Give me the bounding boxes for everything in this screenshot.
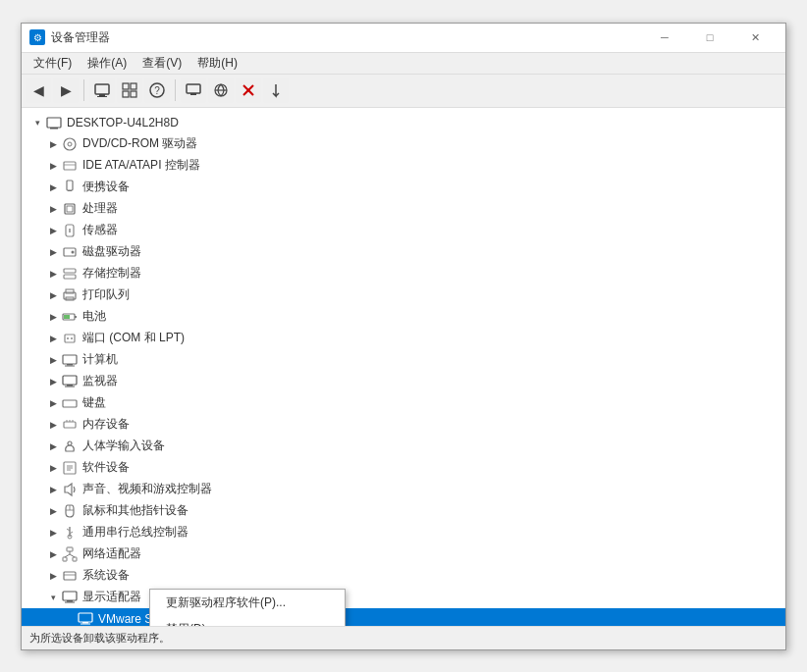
toolbar-back[interactable]: ◀: [26, 78, 51, 103]
tree-item-keyboard[interactable]: ▶ 键盘: [22, 392, 785, 414]
tree-item-system[interactable]: ▶ 系统设备: [22, 565, 785, 587]
help-icon: ?: [149, 82, 165, 98]
tree-item-computer[interactable]: ▶ 计算机: [22, 349, 785, 371]
expand-display[interactable]: ▾: [45, 590, 61, 605]
tree-root[interactable]: ▾ DESKTOP-U4L2H8D: [22, 112, 785, 133]
close-button[interactable]: ✕: [732, 23, 778, 52]
expand-usb[interactable]: ▶: [45, 525, 61, 541]
expand-print[interactable]: ▶: [45, 287, 61, 303]
expand-memory[interactable]: ▶: [45, 417, 61, 433]
portable-label: 便携设备: [82, 179, 130, 195]
toolbar-help[interactable]: ?: [144, 78, 170, 103]
svg-rect-19: [64, 162, 76, 170]
tree-item-cpu[interactable]: ▶ 处理器: [22, 198, 785, 220]
toolbar-delete[interactable]: [236, 78, 261, 103]
menu-help[interactable]: 帮助(H): [189, 53, 245, 74]
toolbar-forward[interactable]: ▶: [53, 78, 79, 103]
expand-cpu[interactable]: ▶: [45, 201, 61, 217]
expand-computer[interactable]: ▶: [45, 352, 61, 368]
svg-point-28: [72, 250, 75, 253]
expand-mouse[interactable]: ▶: [45, 503, 61, 519]
svg-rect-77: [79, 613, 92, 622]
svg-rect-46: [63, 400, 77, 407]
tree-item-portable[interactable]: ▶ 便携设备: [22, 177, 785, 198]
expand-sensor[interactable]: ▶: [45, 223, 61, 238]
tree-item-sensor[interactable]: ▶ 传感器: [22, 220, 785, 241]
svg-rect-68: [73, 557, 77, 561]
expand-battery[interactable]: ▶: [45, 309, 61, 325]
svg-text:?: ?: [154, 85, 160, 96]
tree-item-battery[interactable]: ▶ 电池: [22, 306, 785, 328]
expand-hid[interactable]: ▶: [45, 439, 61, 454]
svg-rect-6: [131, 91, 136, 97]
tree-item-ide[interactable]: ▶ IDE ATA/ATAPI 控制器: [22, 155, 785, 177]
expand-dvd[interactable]: ▶: [45, 136, 61, 152]
svg-rect-0: [95, 84, 109, 94]
expand-root[interactable]: ▾: [29, 115, 45, 130]
expand-software[interactable]: ▶: [45, 460, 61, 476]
ctx-disable[interactable]: 禁用(D): [150, 616, 345, 626]
svg-line-71: [70, 554, 75, 557]
svg-rect-42: [65, 365, 75, 366]
expand-storage[interactable]: ▶: [45, 266, 61, 282]
expand-audio[interactable]: ▶: [45, 482, 61, 497]
svg-rect-15: [47, 118, 61, 128]
software-label: 软件设备: [82, 459, 130, 476]
system-icon: [61, 567, 79, 585]
svg-rect-66: [67, 547, 73, 551]
minimize-button[interactable]: ─: [642, 23, 687, 52]
tree-item-monitor[interactable]: ▶ 监视器: [22, 371, 785, 392]
maximize-button[interactable]: □: [687, 23, 732, 52]
expand-portable[interactable]: ▶: [45, 180, 61, 195]
menu-file[interactable]: 文件(F): [26, 53, 80, 74]
tree-item-hid[interactable]: ▶ 人体学输入设备: [22, 436, 785, 457]
menu-action[interactable]: 操作(A): [80, 53, 134, 74]
tree-item-dvd[interactable]: ▶ DVD/CD-ROM 驱动器: [22, 133, 785, 155]
toolbar-monitor[interactable]: [181, 78, 206, 103]
network-label: 网络适配器: [82, 545, 141, 562]
toolbar-network[interactable]: [208, 78, 234, 103]
expand-network[interactable]: ▶: [45, 546, 61, 562]
status-bar: 为所选设备卸载该驱动程序。: [22, 626, 785, 649]
expand-monitor[interactable]: ▶: [45, 374, 61, 389]
computer-tree-icon: [61, 351, 79, 369]
ctx-update[interactable]: 更新驱动程序软件(P)...: [150, 590, 345, 616]
svg-point-18: [68, 142, 72, 146]
svg-rect-72: [64, 572, 76, 580]
tree-item-display[interactable]: ▾ 显示适配器: [22, 587, 785, 608]
expand-ide[interactable]: ▶: [45, 158, 61, 174]
context-menu: 更新驱动程序软件(P)... 禁用(D) 卸载(U) 扫描检测硬件改动(A) 属…: [149, 589, 346, 626]
audio-icon: [61, 481, 79, 498]
tree-item-software[interactable]: ▶ 软件设备: [22, 457, 785, 479]
expand-port[interactable]: ▶: [45, 331, 61, 346]
tree-item-print[interactable]: ▶ 打印队列: [22, 284, 785, 306]
svg-point-17: [64, 138, 76, 150]
ide-label: IDE ATA/ATAPI 控制器: [82, 157, 200, 174]
menu-view[interactable]: 查看(V): [134, 53, 189, 74]
show-all-icon: [122, 82, 137, 98]
toolbar-refresh[interactable]: [263, 78, 289, 103]
toolbar-show-all[interactable]: [117, 78, 142, 103]
expand-system[interactable]: ▶: [45, 568, 61, 584]
svg-rect-3: [123, 83, 129, 89]
expand-keyboard[interactable]: ▶: [45, 395, 61, 411]
window-title: 设备管理器: [51, 29, 110, 46]
tree-item-memory[interactable]: ▶ 内存设备: [22, 414, 785, 436]
tree-item-network[interactable]: ▶ 网络适配器: [22, 543, 785, 565]
tree-item-disk[interactable]: ▶ 磁盘驱动器: [22, 241, 785, 263]
svg-rect-40: [63, 355, 77, 364]
tree-item-usb[interactable]: ▶ 通用串行总线控制器: [22, 522, 785, 543]
tree-item-port[interactable]: ▶ 端口 (COM 和 LPT): [22, 328, 785, 349]
content-area: ▾ DESKTOP-U4L2H8D ▶ DVD/CD-ROM 驱动器 ▶: [22, 108, 785, 626]
toolbar-computer[interactable]: [89, 78, 115, 103]
device-tree[interactable]: ▾ DESKTOP-U4L2H8D ▶ DVD/CD-ROM 驱动器 ▶: [22, 108, 785, 626]
svg-rect-78: [82, 622, 88, 624]
keyboard-icon: [61, 394, 79, 412]
tree-item-storage[interactable]: ▶ 存储控制器: [22, 263, 785, 284]
expand-disk[interactable]: ▶: [45, 244, 61, 260]
svg-rect-2: [97, 96, 107, 97]
tree-item-mouse[interactable]: ▶ 鼠标和其他指针设备: [22, 500, 785, 522]
audio-label: 声音、视频和游戏控制器: [82, 481, 212, 497]
tree-item-audio[interactable]: ▶ 声音、视频和游戏控制器: [22, 479, 785, 500]
tree-item-vmware[interactable]: VMware SVGA: [22, 608, 785, 626]
